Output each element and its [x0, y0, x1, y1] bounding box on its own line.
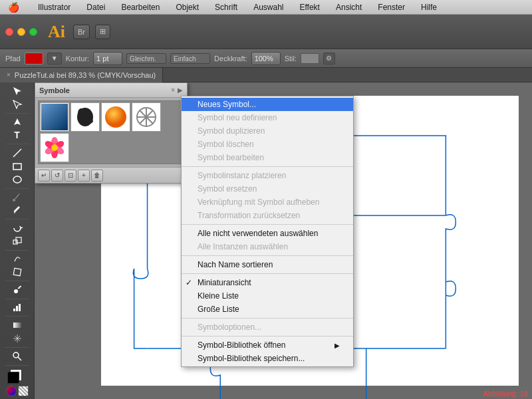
menu-item-label-redefine-symbol: Symbol neu definieren [198, 113, 340, 122]
symbol-item[interactable] [40, 102, 69, 132]
menu-fenster[interactable]: Fenster [375, 1, 408, 13]
pen-tool[interactable] [9, 116, 25, 128]
menu-item-new-symbol[interactable]: Neues Symbol... [182, 98, 353, 111]
panel-delete-button[interactable]: 🗑 [91, 170, 103, 182]
menu-item-save-library[interactable]: Symbol-Bibliothek speichern... [182, 352, 353, 365]
options-bar: Pfad ▼ Kontur: 1 pt Gleichm. Einfach Dec… [0, 49, 532, 68]
rectangle-tool[interactable] [9, 160, 25, 172]
menu-item-small-list[interactable]: Kleine Liste [182, 289, 353, 303]
bridge-button[interactable]: Br [73, 25, 90, 39]
menu-item-label-thumbnail-view: Miniaturansicht [198, 278, 340, 287]
ellipse-tool[interactable] [9, 174, 25, 186]
svg-point-18 [78, 108, 84, 118]
panel-footer-buttons: ↵ ↺ ⊡ + 🗑 [38, 170, 103, 182]
color-swatches[interactable] [7, 369, 27, 383]
stroke-style-gleichm[interactable]: Gleichm. [126, 53, 166, 64]
menu-hilfe[interactable]: Hilfe [418, 1, 440, 13]
menu-item-label-duplicate-symbol: Symbol duplizieren [198, 126, 340, 136]
menu-item-reset-transform: Transformation zurücksetzen [182, 209, 353, 222]
menu-item-label-replace-symbol: Symbol ersetzen [198, 184, 340, 194]
direct-selection-tool[interactable] [9, 98, 25, 110]
menu-separator [182, 273, 353, 274]
panel-close-button[interactable]: × [171, 86, 175, 94]
line-tool[interactable] [9, 147, 25, 159]
panel-break-link-button[interactable]: ⊡ [65, 170, 76, 182]
menu-item-open-library[interactable]: Symbol-Bibliothek öffnen▶ [182, 338, 353, 352]
color-mode-button[interactable] [6, 386, 17, 396]
menu-illustrator[interactable]: Illustrator [35, 1, 73, 13]
menu-item-large-list[interactable]: Große Liste [182, 303, 353, 316]
tab-title: PuzzleTut.ai bei 89,33 % (CMYK/Vorschau) [15, 71, 156, 79]
stroke-color-swatch[interactable] [25, 53, 43, 65]
menu-separator [182, 224, 353, 225]
menu-separator [182, 318, 353, 319]
pencil-tool[interactable] [9, 204, 25, 216]
menu-item-label-sort-by-name: Nach Name sortieren [198, 260, 340, 269]
arrange-button[interactable]: ⊞ [95, 25, 110, 39]
selection-tool[interactable] [9, 85, 25, 97]
menu-schrift[interactable]: Schrift [212, 1, 240, 13]
menu-item-break-link: Verknüpfung mit Symbol aufheben [182, 196, 353, 209]
svg-point-9 [20, 286, 21, 287]
panel-expand-button[interactable]: ▶ [178, 86, 183, 94]
symbol-item[interactable] [40, 133, 69, 162]
zoom-tool[interactable] [9, 350, 25, 362]
symbols-panel: Symbole × ▶ [35, 82, 188, 184]
menu-ansicht[interactable]: Ansicht [333, 1, 364, 13]
kontur-select[interactable]: 1 pt [93, 52, 122, 65]
panel-replace-button[interactable]: ↺ [51, 170, 63, 182]
menu-bearbeiten[interactable]: Bearbeiten [118, 1, 162, 13]
pfad-label: Pfad [5, 55, 21, 63]
apple-menu[interactable]: 🍎 [5, 1, 22, 14]
context-menu: Neues Symbol...Symbol neu definierenSymb… [181, 96, 354, 367]
warp-tool[interactable] [9, 253, 25, 265]
main-area: T [0, 82, 532, 399]
tab-close-button[interactable]: × [7, 71, 11, 78]
menu-item-label-delete-symbol: Symbol löschen [198, 140, 340, 149]
menu-item-edit-symbol: Symbol bearbeiten [182, 151, 353, 164]
menu-datei[interactable]: Datei [84, 1, 108, 13]
stil-swatch[interactable] [301, 53, 319, 64]
paintbrush-tool[interactable] [9, 191, 25, 203]
svg-line-0 [13, 149, 21, 157]
menu-effekt[interactable]: Effekt [297, 1, 322, 13]
svg-rect-1 [13, 164, 21, 170]
menu-item-label-small-list: Kleine Liste [198, 291, 340, 301]
minimize-window-button[interactable] [17, 28, 25, 36]
menu-auswahl[interactable]: Auswahl [251, 1, 286, 13]
symbol-item[interactable] [132, 102, 161, 132]
document-tab[interactable]: × PuzzleTut.ai bei 89,33 % (CMYK/Vorscha… [0, 68, 163, 82]
type-tool[interactable]: T [9, 129, 25, 141]
graph-tool[interactable] [9, 302, 25, 314]
panel-header: Symbole × ▶ [35, 83, 187, 98]
stroke-style-einfach[interactable]: Einfach [170, 53, 210, 64]
free-transform-tool[interactable] [9, 266, 25, 278]
mesh-tool[interactable] [9, 332, 25, 344]
menu-item-place-instance: Symbolinstanz platzieren [182, 169, 353, 182]
maximize-window-button[interactable] [29, 28, 37, 36]
menu-item-thumbnail-view[interactable]: ✓Miniaturansicht [182, 276, 353, 289]
panel-new-symbol-button[interactable]: + [78, 170, 90, 182]
status-bar: Abbildung: 18 [479, 388, 532, 399]
scale-tool[interactable] [9, 235, 25, 247]
close-window-button[interactable] [5, 28, 13, 36]
canvas-area[interactable]: Symbole × ▶ [35, 82, 532, 399]
menu-item-label-symbol-options: Symboloptionen... [198, 323, 340, 332]
symbol-sprayer-tool[interactable] [9, 284, 25, 296]
menu-objekt[interactable]: Objekt [173, 1, 201, 13]
panel-menu-button[interactable]: ↵ [38, 170, 50, 182]
rotate-tool[interactable] [9, 222, 25, 234]
symbol-item[interactable] [70, 102, 100, 132]
no-fill-button[interactable] [18, 386, 29, 396]
gradient-tool[interactable] [9, 319, 25, 331]
options-more-button[interactable]: ⚙ [323, 53, 335, 65]
menu-item-select-unused[interactable]: Alle nicht verwendeten auswählen [182, 227, 353, 240]
symbol-item[interactable] [101, 102, 130, 132]
menu-item-redefine-symbol: Symbol neu definieren [182, 111, 353, 124]
fill-color-swatch[interactable]: ▼ [47, 53, 62, 65]
deckkraft-input[interactable]: 100% [251, 52, 281, 65]
menu-item-sort-by-name[interactable]: Nach Name sortieren [182, 258, 353, 271]
menu-item-symbol-options: Symboloptionen... [182, 321, 353, 334]
menu-item-label-edit-symbol: Symbol bearbeiten [198, 153, 340, 162]
window-controls [5, 28, 37, 36]
